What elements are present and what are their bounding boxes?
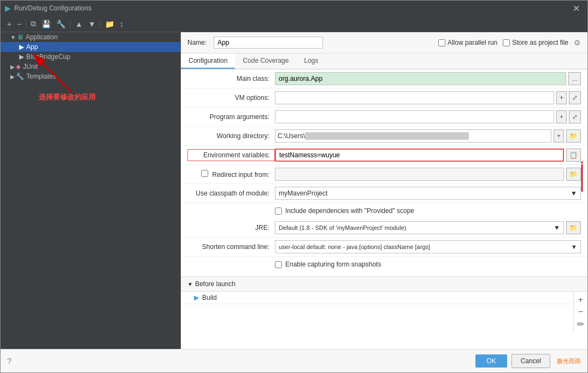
junit-arrow: ▶ bbox=[10, 64, 15, 70]
before-launch-side-buttons: + − ✏ bbox=[573, 292, 587, 333]
tree-application[interactable]: ▼ 🖥 Application bbox=[1, 32, 180, 42]
left-panel: ▼ 🖥 Application ▶ App ▶ BlueBridgeCup ▶ bbox=[1, 32, 181, 349]
tree-app[interactable]: ▶ App bbox=[1, 42, 180, 52]
main-class-field: ... bbox=[275, 72, 581, 85]
templates-icon: 🔧 bbox=[16, 73, 24, 80]
store-as-project-checkbox[interactable] bbox=[503, 39, 510, 46]
shorten-command-dropdown[interactable]: user-local default: none - java [options… bbox=[275, 240, 581, 253]
app-icon: ▶ bbox=[19, 43, 24, 51]
vm-options-window-button[interactable]: ⤢ bbox=[569, 91, 581, 104]
redirect-input-row: Redirect input from: 📁 bbox=[181, 165, 587, 184]
watermark: 极光雨雨 bbox=[557, 357, 581, 365]
move-to-group-button[interactable]: 📁 bbox=[103, 19, 116, 29]
working-directory-blurred bbox=[305, 132, 469, 140]
vm-options-input[interactable] bbox=[275, 91, 554, 104]
wrench-button[interactable]: 🔧 bbox=[54, 19, 68, 29]
store-as-project-label[interactable]: Store as project file bbox=[503, 39, 568, 46]
jre-dropdown[interactable]: Default (1.8 - SDK of 'myMavenProject' m… bbox=[275, 221, 564, 234]
form-area: Main class: ... VM options: + ⤢ bbox=[181, 69, 587, 349]
name-row: Name: Allow parallel run Store as projec… bbox=[181, 32, 587, 54]
shorten-command-label: Shorten command line: bbox=[187, 243, 275, 251]
tree-junit[interactable]: ▶ ◈ JUnit bbox=[1, 62, 180, 72]
redirect-input-checkbox[interactable] bbox=[201, 170, 208, 177]
tree-templates[interactable]: ▶ 🔧 Templates bbox=[1, 72, 180, 81]
ok-button[interactable]: OK bbox=[475, 354, 507, 368]
classpath-field: myMavenProject ▼ bbox=[275, 187, 581, 200]
before-launch-edit-button[interactable]: ✏ bbox=[575, 318, 586, 330]
classpath-label: Use classpath of module: bbox=[187, 190, 275, 197]
enable-capturing-row: Enable capturing form snapshots bbox=[181, 257, 587, 272]
classpath-row: Use classpath of module: myMavenProject … bbox=[181, 184, 587, 203]
before-launch-remove-button[interactable]: − bbox=[576, 306, 585, 318]
main-class-input[interactable] bbox=[275, 72, 566, 85]
before-launch-add-button[interactable]: + bbox=[576, 294, 585, 306]
build-icon: ▶ bbox=[194, 294, 199, 301]
shorten-command-arrow: ▼ bbox=[571, 244, 577, 250]
include-dependencies-checkbox[interactable] bbox=[275, 208, 282, 215]
before-launch-title: Before launch bbox=[195, 280, 236, 288]
jre-row: JRE: Default (1.8 - SDK of 'myMavenProje… bbox=[181, 218, 587, 238]
working-directory-input[interactable]: C:\Users\ bbox=[275, 129, 551, 143]
redirect-input-input[interactable] bbox=[275, 168, 564, 181]
before-launch-build-item[interactable]: ▶ Build bbox=[181, 292, 573, 304]
before-launch-header[interactable]: ▼ Before launch bbox=[181, 277, 587, 292]
environment-variables-row: Environment variables: 📋 bbox=[181, 146, 587, 165]
gear-icon[interactable]: ⚙ bbox=[574, 38, 581, 47]
tab-code-coverage[interactable]: Code Coverage bbox=[235, 54, 296, 69]
environment-variables-edit-button[interactable]: 📋 bbox=[566, 149, 581, 162]
add-config-button[interactable]: + bbox=[5, 19, 14, 29]
right-panel: Name: Allow parallel run Store as projec… bbox=[181, 32, 587, 349]
jre-field: Default (1.8 - SDK of 'myMavenProject' m… bbox=[275, 221, 581, 234]
sort-button[interactable]: ↕ bbox=[117, 19, 126, 29]
enable-capturing-label[interactable]: Enable capturing form snapshots bbox=[275, 260, 381, 268]
cancel-button[interactable]: Cancel bbox=[511, 354, 550, 368]
working-directory-field: C:\Users\ + 📁 bbox=[275, 129, 581, 143]
working-directory-label: Working directory: bbox=[187, 132, 275, 140]
tree-bluebridgecup[interactable]: ▶ BlueBridgeCup bbox=[1, 52, 180, 62]
toolbar-separator-2 bbox=[70, 20, 70, 28]
tree-templates-label: Templates bbox=[26, 73, 56, 80]
jre-browse-button[interactable]: 📁 bbox=[566, 221, 581, 234]
window-icon: ▶ bbox=[5, 4, 11, 13]
enable-capturing-checkbox[interactable] bbox=[275, 261, 282, 268]
allow-parallel-label[interactable]: Allow parallel run bbox=[438, 39, 497, 46]
redirect-input-field: 📁 bbox=[275, 168, 581, 181]
environment-variables-input[interactable] bbox=[275, 149, 564, 162]
vm-options-label: VM options: bbox=[187, 94, 275, 102]
annotation-text: 选择要修改的应用 bbox=[39, 92, 96, 102]
copy-config-button[interactable]: ⧉ bbox=[28, 18, 38, 29]
program-arguments-label: Program arguments: bbox=[187, 113, 275, 121]
program-arguments-input[interactable] bbox=[275, 110, 554, 123]
program-arguments-field: + ⤢ bbox=[275, 110, 581, 123]
redirect-input-browse-button[interactable]: 📁 bbox=[566, 168, 581, 181]
move-up-button[interactable]: ▲ bbox=[73, 19, 85, 29]
working-directory-browse-button[interactable]: 📁 bbox=[566, 129, 581, 143]
vm-options-expand-button[interactable]: + bbox=[556, 91, 567, 104]
environment-variables-field: 📋 bbox=[275, 149, 581, 162]
help-button[interactable]: ? bbox=[7, 357, 11, 365]
program-arguments-window-button[interactable]: ⤢ bbox=[569, 110, 581, 123]
tree-area: ▼ 🖥 Application ▶ App ▶ BlueBridgeCup ▶ bbox=[1, 32, 180, 349]
close-button[interactable]: ✕ bbox=[569, 2, 583, 15]
tab-logs[interactable]: Logs bbox=[296, 54, 326, 69]
bluebridgecup-icon: ▶ bbox=[19, 53, 24, 61]
program-arguments-row: Program arguments: + ⤢ bbox=[181, 108, 587, 127]
move-down-button[interactable]: ▼ bbox=[86, 19, 98, 29]
jre-label: JRE: bbox=[187, 224, 275, 232]
tab-configuration[interactable]: Configuration bbox=[181, 54, 235, 69]
main-class-label: Main class: bbox=[187, 75, 275, 82]
remove-config-button[interactable]: − bbox=[15, 19, 23, 29]
program-arguments-expand-button[interactable]: + bbox=[556, 110, 567, 123]
working-directory-expand-button[interactable]: + bbox=[554, 129, 564, 143]
include-dependencies-label[interactable]: Include dependencies with "Provided" sco… bbox=[275, 207, 414, 215]
main-class-browse-button[interactable]: ... bbox=[568, 72, 581, 85]
title-bar: ▶ Run/Debug Configurations ✕ bbox=[1, 1, 587, 16]
name-input[interactable] bbox=[214, 37, 323, 49]
tree-junit-label: JUnit bbox=[23, 63, 38, 70]
include-dependencies-row: Include dependencies with "Provided" sco… bbox=[181, 203, 587, 218]
name-label: Name: bbox=[187, 39, 209, 46]
before-launch-items: ▶ Build bbox=[181, 292, 573, 333]
allow-parallel-checkbox[interactable] bbox=[438, 39, 445, 46]
classpath-dropdown[interactable]: myMavenProject ▼ bbox=[275, 187, 581, 200]
save-config-button[interactable]: 💾 bbox=[39, 19, 53, 29]
